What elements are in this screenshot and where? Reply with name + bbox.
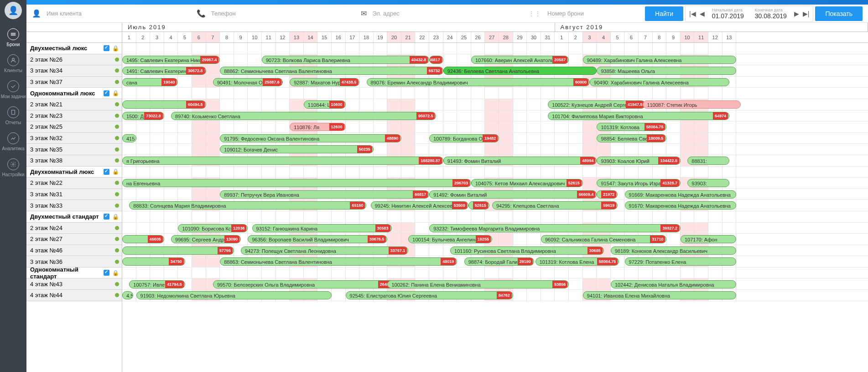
booking-bar[interactable]: 98874: Бородай Галин29190 xyxy=(464,257,534,266)
booking-bar[interactable]: 91795: Федосенко Оксана Валентиновна4889… xyxy=(220,134,401,142)
room-row[interactable]: 2 этаж №24 xyxy=(26,223,122,234)
booking-bar[interactable]: 90489: Харабинович Галина Алексеевна xyxy=(583,56,737,64)
booking-bar[interactable]: 89937: Петручук Вера Ивановна66817 xyxy=(220,190,429,199)
booking-bar[interactable]: 92887: Махатов Нурлан Бакиевич47438.5 xyxy=(290,78,359,86)
start-date-value[interactable]: 01.07.2019 xyxy=(712,12,744,20)
booking-bar[interactable]: 104052615 xyxy=(468,201,489,210)
nav-bookings[interactable]: Брони xyxy=(0,25,26,51)
lock-icon[interactable]: 🔒 xyxy=(112,270,119,276)
booking-bar[interactable]: я Григорьевна168280.87 xyxy=(122,157,443,165)
group-checkbox[interactable] xyxy=(104,270,109,276)
booking-bar[interactable]: 57795 xyxy=(122,246,234,255)
booking-bar[interactable]: 98854: Беляева Светла18009.5 xyxy=(597,134,666,142)
booking-bar[interactable]: 99245: Никитин Алексей Алексеевич53500 xyxy=(371,201,468,210)
room-row[interactable]: 3 этаж №35 xyxy=(26,144,122,155)
first-page-icon[interactable]: |◀ xyxy=(689,10,696,17)
room-group-row[interactable]: Двухместный стандарт🔒 xyxy=(26,211,122,223)
booking-bar[interactable]: 101160: Русинова Светлана Владимировна30… xyxy=(450,246,604,255)
booking-bar[interactable]: 101704: Филиппова Мария Викторовна64974 xyxy=(548,112,729,120)
booking-bar[interactable]: 93903: Коалов Юрий104422.5 xyxy=(597,157,681,165)
group-checkbox[interactable] xyxy=(104,45,109,51)
booking-bar[interactable]: 101319: Котлова Елена58084.75 xyxy=(535,257,619,266)
lock-icon[interactable]: 🔒 xyxy=(112,214,119,220)
booking-bar[interactable]: 89076: Еремин Александр Владимирович6000… xyxy=(367,78,590,86)
booking-bar[interactable]: 109012: Богачев Денис50235 xyxy=(220,145,374,153)
booking-bar[interactable]: 91492: Фомин Виталий66609.4 xyxy=(429,190,597,199)
booking-bar[interactable]: 107660: Аверин Алексей Анатольевич20587 xyxy=(471,56,569,64)
room-group-row[interactable]: Однокомнатный люкс🔒 xyxy=(26,88,122,99)
room-row[interactable]: 2 этаж №27 xyxy=(26,234,122,245)
nav-tasks[interactable]: Мои задачи xyxy=(0,77,26,103)
lock-icon[interactable]: 🔒 xyxy=(112,90,119,96)
booking-bar[interactable]: 97229: Потапенко Елена xyxy=(625,257,737,266)
booking-bar[interactable]: 415 xyxy=(122,134,136,142)
booking-bar[interactable]: 34750 xyxy=(122,257,185,266)
room-row[interactable]: 2 этаж №21 xyxy=(26,99,122,110)
booking-bar[interactable]: 100721972 xyxy=(597,190,618,199)
room-group-row[interactable]: Двухместный люкс🔒 xyxy=(26,43,122,54)
booking-bar[interactable]: 1495: Савлевич Екатерина Николаевна29957… xyxy=(122,56,220,64)
booking-bar[interactable]: 89740: Козьменко Светлана95072.5 xyxy=(171,112,436,120)
booking-bar[interactable]: 90491: Молочная Ольга Борисовна25887.6 xyxy=(213,78,283,86)
booking-bar[interactable]: 91903: Недомолкина Светлана Юрьевна xyxy=(136,291,332,299)
booking-bar[interactable]: 101319: Котлова58084.75 xyxy=(597,123,666,131)
room-row[interactable]: 3 этаж №31 xyxy=(26,189,122,200)
nav-reports[interactable]: Отчеты xyxy=(0,103,26,129)
booking-bar[interactable]: 100789: Богданова Оксе19482 xyxy=(429,134,499,142)
end-date-value[interactable]: 30.08.2019 xyxy=(755,12,787,20)
room-row[interactable]: 3 этаж №38 xyxy=(26,155,122,167)
group-checkbox[interactable] xyxy=(104,169,109,175)
booking-bar[interactable]: на Евгеньевна206703 xyxy=(122,179,471,187)
booking-bar[interactable]: 88862: Семионычева Светлана Валентиновна… xyxy=(220,67,443,75)
room-row[interactable]: 2 этаж №25 xyxy=(26,121,122,133)
next-icon[interactable]: ▶ xyxy=(794,10,799,17)
booking-bar[interactable]: 88863: Семионычева Светлана Валентиновна… xyxy=(220,257,457,266)
phone-input[interactable] xyxy=(209,8,359,19)
room-row[interactable]: 3 этаж №37 xyxy=(26,77,122,88)
client-name-input[interactable] xyxy=(45,8,195,19)
booking-bar[interactable]: 100522: Кузнецов Андрей Сергеевич41947.5 xyxy=(548,100,645,109)
booking-bar[interactable]: 110876: Ля12600 xyxy=(290,123,345,131)
booking-bar[interactable]: 91670: Макаренкова Надежда Анатольевна xyxy=(625,201,737,210)
booking-bar[interactable]: 90490: Харабинович Галина Алексеевна xyxy=(590,78,729,86)
room-row[interactable]: 4 этаж №44 xyxy=(26,290,122,301)
booking-bar[interactable]: 90723: Волкова Лариса Валериевна40432.8 xyxy=(262,56,429,64)
room-row[interactable]: 2 этаж №23 xyxy=(26,110,122,122)
booking-bar[interactable]: 107170: Афон xyxy=(681,235,736,243)
nav-clients[interactable]: Клиенты xyxy=(0,51,26,77)
show-button[interactable]: Показать xyxy=(815,6,863,21)
booking-bar[interactable]: 99695: Сергеев Андрей13090 xyxy=(171,235,241,243)
room-row[interactable]: 3 этаж №34 xyxy=(26,65,122,77)
room-row[interactable]: 3 этаж №32 xyxy=(26,133,122,144)
prev-icon[interactable]: ◀ xyxy=(700,10,705,17)
room-group-row[interactable]: Однокомнатный стандарт🔒 xyxy=(26,267,122,279)
booking-bar[interactable]: 101090: Борисова Ксен12036 xyxy=(178,224,248,232)
booking-bar[interactable]: 92436: Беляева Светлана Анатольевна xyxy=(443,67,597,75)
booking-bar[interactable]: 99570: Белозерских Ольга Владимировна264… xyxy=(213,280,395,288)
room-group-row[interactable]: Двухкомнатный люкс🔒 xyxy=(26,167,122,178)
booking-bar[interactable]: 100262: Панина Елена Вениаминовна53856 xyxy=(387,280,569,288)
booking-bar[interactable]: 100154: Булычева Ангелина19255 xyxy=(408,235,492,243)
nav-analytics[interactable]: Аналитика xyxy=(0,129,26,155)
booking-bar[interactable]: 93232: Тимофеева Маргарита Владимировна3… xyxy=(429,224,681,232)
booking-number-input[interactable] xyxy=(546,8,643,19)
avatar[interactable]: 👤 xyxy=(5,2,22,19)
nav-settings[interactable]: Настройки xyxy=(0,155,26,181)
booking-bar[interactable]: сана19040 xyxy=(122,78,178,86)
booking-bar[interactable]: 110844: Шал10600 xyxy=(304,100,346,109)
room-row[interactable]: 2 этаж №26 xyxy=(26,54,122,66)
booking-bar[interactable]: 104075: Кетов Михаил Александрович52615 xyxy=(471,179,583,187)
booking-bar[interactable]: 92545: Елистратова Юлия Сергеевна84762 xyxy=(346,291,513,299)
booking-bar[interactable]: 89366817 xyxy=(429,56,443,64)
room-row[interactable]: 4 этаж №43 xyxy=(26,278,122,290)
booking-bar[interactable]: 91493: Фомин Виталий48994 xyxy=(443,157,597,165)
booking-bar[interactable]: 96356: Воропаев Василий Владимирович3067… xyxy=(248,235,387,243)
booking-bar[interactable]: 93152: Ганюшкина Карина30583 xyxy=(252,224,392,232)
lock-icon[interactable]: 🔒 xyxy=(112,168,119,175)
drag-icon[interactable]: ⋮⋮ xyxy=(525,10,544,17)
booking-bar[interactable]: 94295: Клепцова Светлана59619 xyxy=(492,201,618,210)
email-input[interactable] xyxy=(370,8,524,19)
group-checkbox[interactable] xyxy=(104,214,109,220)
room-row[interactable]: 4 этаж №46 xyxy=(26,245,122,257)
room-row[interactable]: 2 этаж №22 xyxy=(26,178,122,189)
